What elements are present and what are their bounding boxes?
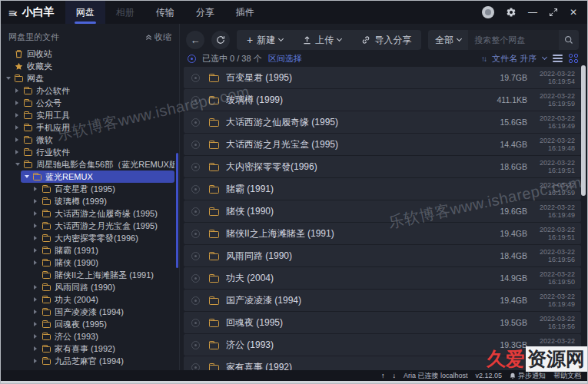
sidebar-scrollbar[interactable] — [176, 153, 178, 268]
expander-icon[interactable] — [34, 310, 42, 314]
tab-4[interactable]: 分享 — [185, 1, 225, 24]
expander-icon[interactable] — [34, 211, 42, 216]
expander-icon[interactable] — [34, 236, 42, 240]
expander-icon[interactable] — [15, 88, 24, 93]
radio-select-icon[interactable] — [191, 252, 200, 260]
tree-item[interactable]: 賭霸 (1991) — [1, 244, 174, 257]
tree-item[interactable]: 百变星君 (1995) — [1, 183, 174, 195]
tab-2[interactable]: 相册 — [105, 1, 145, 24]
tree-item[interactable]: 回魂夜 (1995) — [1, 318, 174, 330]
file-row[interactable]: 风雨同路 (1990) 18.4GB 2022-03-22 16:19:56 — [184, 245, 581, 266]
file-row[interactable]: 国产凌凌漆 (1994) 19.4GB 2022-03-22 16:19:49 — [184, 290, 581, 311]
tree-item[interactable]: 周星驰电影合集56部（蓝光REMUX版）796G — [1, 158, 174, 170]
settings-gear-icon[interactable] — [506, 7, 517, 18]
file-row[interactable]: 大内密探零零發(1996) 18.6GB 2022-03-22 16:19:51 — [184, 156, 581, 177]
maximize-button[interactable] — [549, 8, 558, 17]
radio-select-icon[interactable] — [191, 319, 200, 327]
file-row[interactable]: 大话西游之月光宝盒 (1995) 14.4GB 2022-03-22 16:19… — [184, 134, 581, 155]
expander-icon[interactable] — [34, 285, 42, 290]
radio-select-icon[interactable] — [191, 296, 200, 305]
radio-select-icon[interactable] — [191, 74, 200, 82]
tab-3[interactable]: 传输 — [145, 1, 185, 24]
expander-icon[interactable] — [34, 322, 42, 326]
minimize-button[interactable]: — — [528, 8, 537, 17]
tree-item[interactable]: 家有喜事 (1992) — [1, 343, 174, 355]
help-docs-link[interactable]: 帮助文档 — [553, 371, 581, 381]
expander-icon[interactable] — [15, 101, 24, 105]
tree-item[interactable]: 办公软件 — [1, 84, 174, 97]
expander-icon[interactable] — [34, 248, 42, 253]
sort-order-button[interactable]: 文件名 升序 — [492, 53, 537, 65]
grid-view-icon[interactable] — [569, 54, 578, 63]
radio-select-icon[interactable] — [191, 341, 200, 349]
tree-item[interactable]: 行业软件 — [1, 146, 174, 158]
file-row[interactable]: 济公 (1993) 19.3GB 2022-03-22 16:19:57 — [184, 334, 581, 356]
file-list-scrollbar[interactable] — [581, 65, 586, 196]
expander-icon[interactable] — [15, 150, 24, 154]
radio-select-icon[interactable] — [191, 163, 200, 171]
tree-item[interactable]: 手机应用 — [1, 121, 174, 134]
expander-icon[interactable] — [34, 334, 42, 339]
file-row[interactable]: 家有喜事 (1992) — [184, 356, 581, 370]
refresh-button[interactable] — [211, 31, 230, 49]
radio-select-icon[interactable] — [191, 207, 200, 216]
tree-item[interactable]: 九品芝麻官 (1994) — [1, 355, 174, 367]
expander-icon[interactable] — [6, 77, 15, 80]
tree-item[interactable]: 国产凌凌漆 (1994) — [1, 306, 174, 318]
expander-icon[interactable] — [34, 297, 42, 302]
user-avatar[interactable] — [482, 6, 494, 18]
file-row[interactable]: 賭霸 (1991) 2022-03-22 16:19:59 — [184, 178, 581, 200]
upload-button[interactable]: 上传 — [293, 30, 351, 50]
tree-item[interactable]: 风雨同路 (1990) — [1, 281, 174, 293]
async-notify-button[interactable]: 异步通知 — [510, 371, 546, 381]
expander-icon[interactable] — [34, 359, 42, 363]
expander-icon[interactable] — [34, 199, 42, 204]
radio-select-icon[interactable] — [191, 185, 200, 194]
radio-select-icon[interactable] — [191, 96, 200, 104]
file-row[interactable]: 功夫 (2004) 14.9GB 2022-03-22 16:19:50 — [184, 267, 581, 289]
radio-select-icon[interactable] — [191, 118, 200, 127]
radio-select-icon[interactable] — [191, 230, 200, 238]
tree-item[interactable]: 賭侠II之上海滩賭圣 (1991) — [1, 269, 174, 281]
file-row[interactable]: 大话西游之仙履奇缘 (1995) 15.6GB 2022-03-22 16:19… — [184, 111, 581, 133]
radio-select-icon[interactable] — [191, 363, 200, 371]
expander-icon[interactable] — [34, 260, 42, 265]
expander-icon[interactable] — [15, 163, 24, 166]
expander-icon[interactable] — [34, 187, 42, 191]
tree-item[interactable]: 大内密探零零發(1996) — [1, 232, 174, 244]
file-row[interactable]: 回魂夜 (1995) 19.5GB 2022-03-22 16:19:56 — [184, 312, 581, 333]
tree-item[interactable]: 蓝光REMUX — [21, 170, 174, 183]
select-all-icon[interactable] — [188, 55, 196, 63]
import-share-button[interactable]: 导入分享 — [351, 30, 421, 50]
search-scope-dropdown[interactable]: 全部 — [428, 34, 468, 47]
expander-icon[interactable] — [34, 223, 42, 228]
collapse-sidebar-button[interactable]: 收缩 — [145, 31, 171, 43]
file-row[interactable]: 百变星君 (1995) 19.7GB 2022-03-22 16:19:54 — [184, 67, 581, 88]
back-button[interactable]: ← — [186, 31, 204, 49]
expander-icon[interactable] — [15, 113, 24, 118]
search-input[interactable] — [468, 30, 559, 50]
new-button[interactable]: + 新建 — [237, 30, 293, 50]
tree-item[interactable]: 济公 (1993) — [1, 330, 174, 343]
tree-item[interactable]: 网盘 — [1, 72, 174, 84]
expander-icon[interactable] — [34, 346, 42, 351]
tab-5[interactable]: 插件 — [225, 1, 265, 24]
tree-item[interactable]: 大话西游之仙履奇缘 (1995) — [1, 207, 174, 220]
tree-item[interactable]: 大话西游之月光宝盒 (1995) — [1, 220, 174, 232]
tree-item[interactable]: 实用工具 — [1, 109, 174, 121]
radio-select-icon[interactable] — [191, 141, 200, 149]
file-row[interactable]: 賭侠II之上海滩賭圣 (1991) 19.4GB 2022-03-22 16:1… — [184, 223, 581, 244]
tab-1[interactable]: 网盘 — [65, 1, 105, 24]
tree-item[interactable]: 回收站 — [1, 48, 174, 60]
file-row[interactable]: 玻璃樽 (1999) 411.1KB 2022-03-22 16:19:59 — [184, 89, 581, 111]
file-row[interactable]: 賭侠 (1990) 19.6GB 2022-03-22 16:19:49 — [184, 200, 581, 222]
tree-item[interactable]: 賭侠 (1990) — [1, 257, 174, 269]
expander-icon[interactable] — [15, 137, 24, 142]
search-button[interactable] — [559, 30, 579, 50]
expander-icon[interactable] — [15, 125, 24, 130]
radio-select-icon[interactable] — [191, 274, 200, 283]
tree-item[interactable]: 功夫 (2004) — [1, 293, 174, 306]
list-view-icon[interactable] — [553, 55, 563, 62]
close-button[interactable]: ✕ — [570, 8, 577, 17]
tree-item[interactable]: 收藏夹 — [1, 60, 174, 72]
